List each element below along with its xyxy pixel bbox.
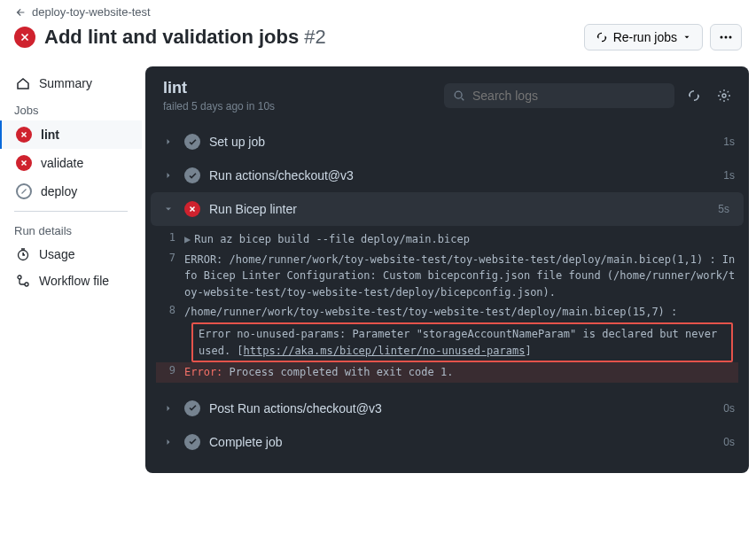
- workflow-icon: [16, 274, 30, 288]
- sidebar-job-validate[interactable]: validate: [0, 149, 142, 177]
- check-icon: [184, 434, 200, 450]
- sidebar-summary[interactable]: Summary: [0, 70, 142, 97]
- log-output: 1 ▶Run az bicep build --file deploy/main…: [145, 226, 749, 392]
- svg-point-7: [722, 94, 726, 97]
- svg-point-2: [729, 36, 732, 39]
- chevron-down-icon: [163, 204, 175, 214]
- breadcrumb-label: deploy-toy-website-test: [32, 5, 151, 19]
- chevron-right-icon: [163, 437, 175, 447]
- log-panel: lint failed 5 days ago in 10s: [145, 66, 749, 473]
- triangle-right-icon: ▶: [184, 233, 191, 245]
- job-status-line: failed 5 days ago in 10s: [163, 100, 275, 113]
- step-post-checkout[interactable]: Post Run actions/checkout@v3 0s: [145, 392, 749, 425]
- stopwatch-icon: [16, 247, 30, 261]
- chevron-right-icon: [163, 136, 175, 147]
- step-setup-job[interactable]: Set up job 1s: [145, 125, 749, 159]
- page-title: Add lint and validation jobs #2: [44, 26, 326, 49]
- skip-icon: [16, 183, 32, 199]
- svg-point-5: [25, 283, 28, 286]
- more-actions-button[interactable]: [710, 24, 742, 50]
- x-icon: [184, 201, 200, 217]
- svg-point-4: [18, 276, 21, 279]
- home-icon: [16, 76, 30, 90]
- arrow-left-icon: [14, 6, 27, 19]
- log-line-error[interactable]: 9 Error: Process completed with exit cod…: [156, 362, 738, 383]
- svg-point-0: [721, 36, 723, 39]
- step-checkout[interactable]: Run actions/checkout@v3 1s: [145, 159, 749, 192]
- sidebar-usage[interactable]: Usage: [0, 241, 142, 268]
- divider: [14, 211, 128, 212]
- step-time: 0s: [723, 402, 735, 415]
- kebab-icon: [720, 35, 732, 39]
- refresh-logs-button[interactable]: [683, 85, 705, 106]
- check-icon: [184, 400, 200, 416]
- sidebar: Summary Jobs lint validate deploy Run de…: [0, 63, 142, 480]
- search-logs-input[interactable]: [444, 83, 674, 108]
- step-bicep-linter[interactable]: Run Bicep linter 5s: [151, 192, 744, 226]
- search-icon: [453, 89, 465, 102]
- rerun-jobs-button[interactable]: Re-run jobs: [584, 24, 703, 50]
- sidebar-job-deploy[interactable]: deploy: [0, 177, 142, 206]
- chevron-right-icon: [163, 403, 175, 414]
- sync-icon: [687, 89, 701, 103]
- gear-icon: [717, 89, 731, 103]
- x-icon: [16, 127, 32, 143]
- chevron-down-icon: [682, 33, 691, 42]
- svg-point-1: [725, 36, 728, 39]
- svg-point-6: [455, 91, 462, 98]
- jobs-heading: Jobs: [0, 97, 142, 120]
- log-line[interactable]: 8 /home/runner/work/toy-website-test/toy…: [156, 302, 738, 322]
- sync-icon: [596, 31, 608, 43]
- step-time: 1s: [723, 136, 735, 148]
- linter-doc-link[interactable]: https://aka.ms/bicep/linter/no-unused-pa…: [244, 345, 526, 357]
- step-time: 5s: [718, 203, 729, 215]
- status-fail-icon: [14, 27, 35, 48]
- log-line[interactable]: 7 ERROR: /home/runner/work/toy-website-t…: [156, 250, 738, 303]
- log-line[interactable]: 1 ▶Run az bicep build --file deploy/main…: [156, 229, 738, 250]
- sidebar-workflow-file[interactable]: Workflow file: [0, 268, 142, 294]
- chevron-right-icon: [163, 170, 175, 181]
- check-icon: [184, 134, 200, 150]
- step-time: 0s: [723, 436, 735, 448]
- error-highlight: Error no-unused-params: Parameter "stora…: [191, 322, 733, 362]
- breadcrumb-back[interactable]: deploy-toy-website-test: [14, 5, 742, 19]
- x-icon: [16, 155, 32, 171]
- step-complete-job[interactable]: Complete job 0s: [145, 425, 749, 459]
- step-time: 1s: [723, 169, 735, 182]
- sidebar-job-lint[interactable]: lint: [0, 120, 142, 149]
- job-title: lint: [163, 79, 275, 97]
- log-settings-button[interactable]: [713, 85, 735, 106]
- run-number: #2: [304, 26, 325, 48]
- check-icon: [184, 167, 200, 183]
- run-details-heading: Run details: [0, 217, 142, 241]
